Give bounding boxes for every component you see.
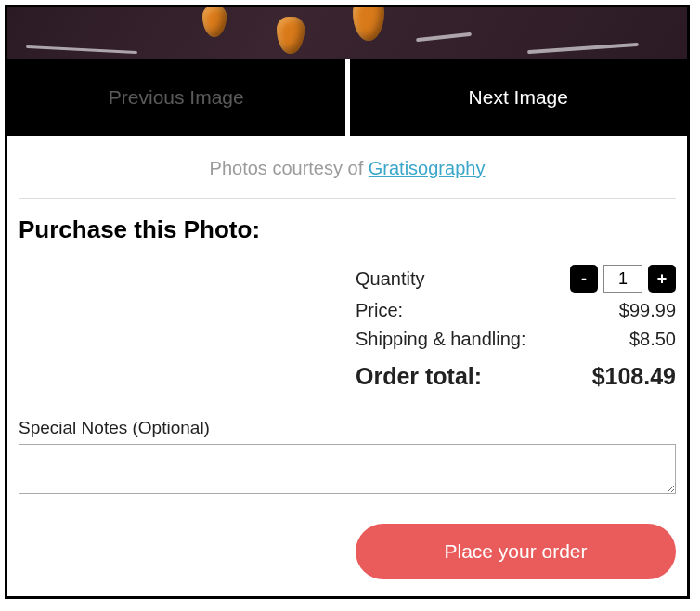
total-value: $108.49	[592, 363, 676, 390]
place-order-button[interactable]: Place your order	[356, 524, 676, 579]
price-label: Price:	[356, 300, 403, 321]
qty-decrement-button[interactable]: -	[570, 265, 598, 292]
qty-increment-button[interactable]: +	[648, 265, 676, 292]
quantity-stepper: - +	[570, 265, 676, 292]
shipping-label: Shipping & handling:	[356, 329, 525, 350]
next-image-button[interactable]: Next Image	[350, 59, 688, 136]
special-notes-textarea[interactable]	[19, 444, 676, 494]
total-label: Order total:	[356, 363, 482, 390]
quantity-label: Quantity	[356, 268, 424, 290]
total-row: Order total: $108.49	[356, 354, 676, 394]
credit-prefix: Photos courtesy of	[210, 158, 369, 178]
purchase-heading: Purchase this Photo:	[19, 215, 676, 244]
quantity-row: Quantity - +	[356, 261, 676, 296]
previous-image-button[interactable]: Previous Image	[7, 59, 345, 136]
hero-image	[7, 7, 687, 59]
price-value: $99.99	[619, 300, 676, 321]
quantity-input[interactable]	[603, 265, 642, 292]
image-nav: Previous Image Next Image	[7, 59, 687, 136]
shipping-value: $8.50	[629, 329, 676, 350]
notes-label: Special Notes (Optional)	[19, 418, 676, 438]
price-row: Price: $99.99	[356, 296, 676, 325]
order-summary: Quantity - + Price: $99.99 Shipping & ha…	[356, 261, 676, 394]
purchase-section: Purchase this Photo: Quantity - + Price:…	[7, 199, 687, 579]
app-frame: Previous Image Next Image Photos courtes…	[5, 5, 690, 599]
shipping-row: Shipping & handling: $8.50	[356, 325, 676, 354]
photo-credit: Photos courtesy of Gratisography	[7, 136, 687, 198]
credit-link[interactable]: Gratisography	[369, 158, 486, 178]
